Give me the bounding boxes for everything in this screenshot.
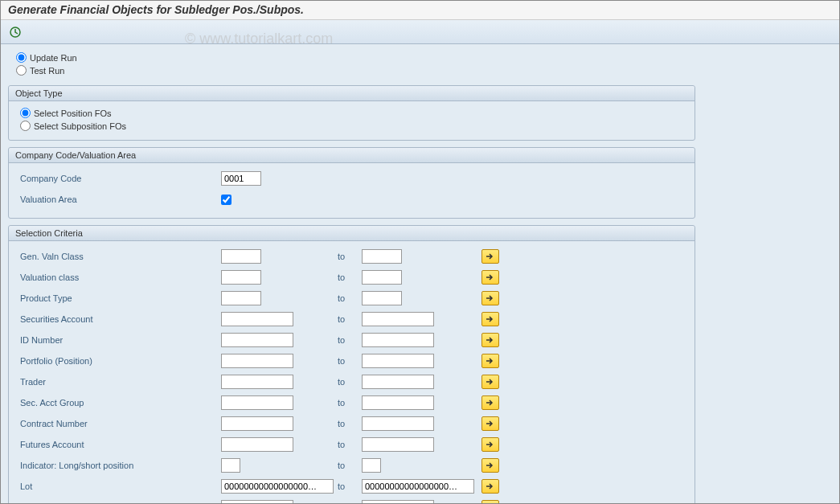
criteria-row: Traderto [20,373,683,391]
criteria-row: Portfolio (Position)to [20,352,683,370]
criteria-from-input[interactable] [221,416,293,431]
select-position-radio[interactable] [20,108,31,118]
multiple-selection-button[interactable] [481,291,499,305]
criteria-from-input[interactable] [221,437,293,452]
to-label: to [338,461,362,470]
criteria-row: Gen. Valn Classto [20,248,683,265]
to-label: to [338,377,362,387]
test-run-radio[interactable] [16,65,27,76]
criteria-row: Contract Numberto [20,415,683,432]
selection-criteria-group: Selection Criteria Gen. Valn ClasstoValu… [8,225,695,504]
select-subposition-label: Select Subposition FOs [34,121,126,131]
selection-criteria-header: Selection Criteria [9,226,695,241]
criteria-from-input[interactable] [221,375,293,389]
run-options: Update Run Test Run [8,52,840,76]
criteria-row: Product Typeto [20,289,683,307]
criteria-to-input[interactable] [362,249,402,264]
criteria-to-input[interactable] [362,500,434,504]
criteria-from-input[interactable] [221,395,293,410]
criteria-label: Portfolio (Position) [20,356,221,366]
multiple-selection-button[interactable] [481,437,499,452]
criteria-label: Indicator: Long/short position [20,461,221,470]
test-run-row: Test Run [16,65,840,76]
criteria-to-input[interactable] [362,395,434,410]
criteria-from-input[interactable] [221,354,293,368]
to-label: to [338,356,362,366]
criteria-to-input[interactable] [362,291,402,305]
criteria-label: Futures Account [20,440,221,449]
criteria-label: Contract Number [20,419,221,428]
criteria-label: Gen. Valn Class [20,252,221,261]
to-label: to [338,252,362,261]
criteria-from-input[interactable] [221,291,261,305]
valuation-area-label: Valuation Area [20,195,221,204]
criteria-label: Product Type [20,293,221,303]
company-valuation-header: Company Code/Valuation Area [9,148,695,163]
multiple-selection-button[interactable] [481,354,499,368]
multiple-selection-button[interactable] [481,375,499,389]
execute-icon[interactable] [8,25,23,39]
criteria-label: Lot [20,481,221,491]
test-run-label: Test Run [30,66,64,76]
criteria-row: Securities Accountto [20,310,683,328]
criteria-row: Sec. Acct Groupto [20,394,683,412]
select-position-label: Select Position FOs [34,109,112,118]
to-label: to [338,335,362,345]
valuation-area-row: Valuation Area [20,191,683,208]
to-label: to [338,419,362,428]
criteria-from-input[interactable] [221,312,293,326]
criteria-label: ID Number [20,335,221,345]
criteria-from-input[interactable] [221,270,261,285]
multiple-selection-button[interactable] [481,500,499,504]
multiple-selection-button[interactable] [481,249,499,264]
criteria-label: Valuation class [20,272,221,282]
criteria-label: Sec. Acct Group [20,398,221,408]
criteria-row: Lotto [20,477,683,495]
criteria-row: Indicator: Long/short positionto [20,457,683,474]
company-code-row: Company Code [20,170,683,187]
criteria-to-input[interactable] [362,312,434,326]
to-label: to [338,293,362,303]
multiple-selection-button[interactable] [481,479,499,494]
content-area: Update Run Test Run Object Type Select P… [0,44,840,504]
page-title: Generate Financial Objects for Subledger… [8,3,304,16]
select-subposition-radio[interactable] [20,121,31,131]
criteria-to-input[interactable] [362,437,434,452]
multiple-selection-button[interactable] [481,458,499,473]
object-type-header: Object Type [9,86,695,101]
update-run-label: Update Run [30,53,77,63]
multiple-selection-button[interactable] [481,270,499,285]
to-label: to [338,398,362,408]
criteria-to-input[interactable] [362,333,434,347]
multiple-selection-button[interactable] [481,312,499,326]
criteria-row: ID Numberto [20,331,683,349]
criteria-to-input[interactable] [362,375,434,389]
to-label: to [338,481,362,491]
valuation-area-checkbox[interactable] [221,195,232,205]
select-position-row: Select Position FOs [20,108,683,118]
criteria-to-input[interactable] [362,416,434,431]
update-run-radio[interactable] [16,52,27,63]
to-label: to [338,272,362,282]
criteria-to-input[interactable] [362,354,434,368]
criteria-from-input[interactable] [221,479,334,494]
company-code-input[interactable] [221,171,261,186]
update-run-row: Update Run [16,52,840,63]
criteria-from-input[interactable] [221,458,240,473]
select-subposition-row: Select Subposition FOs [20,121,683,131]
criteria-to-input[interactable] [362,479,474,494]
criteria-to-input[interactable] [362,458,381,473]
criteria-from-input[interactable] [221,333,293,347]
multiple-selection-button[interactable] [481,395,499,410]
multiple-selection-button[interactable] [481,416,499,431]
object-type-group: Object Type Select Position FOs Select S… [8,85,695,141]
criteria-to-input[interactable] [362,270,402,285]
company-code-label: Company Code [20,174,221,183]
criteria-row: Valuation classto [20,268,683,286]
toolbar [0,20,840,44]
criteria-from-input[interactable] [221,500,293,504]
multiple-selection-button[interactable] [481,333,499,347]
criteria-label: Securities Account [20,314,221,324]
criteria-from-input[interactable] [221,249,261,264]
criteria-label: Trader [20,377,221,387]
